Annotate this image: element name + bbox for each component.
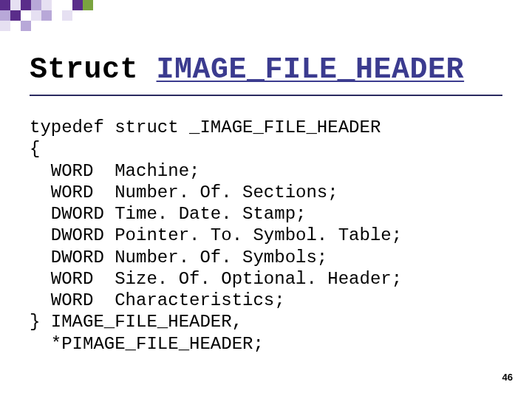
- code-line: *PIMAGE_FILE_HEADER;: [30, 334, 264, 354]
- code-block: typedef struct _IMAGE_FILE_HEADER { WORD…: [30, 117, 402, 355]
- decor-sq: [31, 0, 41, 10]
- code-line: DWORD Number. Of. Symbols;: [30, 248, 327, 267]
- decor-sq: [41, 0, 52, 10]
- code-line: {: [30, 139, 40, 159]
- decor-sq: [10, 10, 21, 21]
- page-number: 46: [502, 372, 513, 383]
- code-line: } IMAGE_FILE_HEADER,: [30, 312, 242, 332]
- code-line: typedef struct _IMAGE_FILE_HEADER: [30, 117, 381, 137]
- code-line: DWORD Time. Date. Stamp;: [30, 204, 306, 224]
- code-line: DWORD Pointer. To. Symbol. Table;: [30, 225, 402, 245]
- title-underlined: IMAGE_FILE_HEADER: [157, 53, 465, 86]
- title-prefix: Struct: [30, 53, 157, 86]
- decor-sq: [62, 10, 72, 21]
- slide-title: Struct IMAGE_FILE_HEADER: [30, 53, 464, 86]
- decor-sq: [21, 0, 31, 10]
- code-line: WORD Size. Of. Optional. Header;: [30, 269, 402, 289]
- code-line: WORD Machine;: [30, 161, 200, 181]
- decor-sq: [31, 10, 41, 21]
- decor-sq: [0, 21, 10, 31]
- decor-sq: [83, 0, 93, 10]
- corner-decor: [0, 0, 532, 30]
- decor-sq: [0, 0, 10, 10]
- code-line: WORD Number. Of. Sections;: [30, 183, 338, 202]
- code-line: WORD Characteristics;: [30, 290, 285, 310]
- decor-sq: [21, 21, 31, 31]
- decor-sq: [41, 10, 52, 21]
- decor-sq: [72, 0, 83, 10]
- decor-sq: [0, 10, 10, 21]
- title-rule: [30, 95, 502, 96]
- decor-sq: [10, 0, 21, 10]
